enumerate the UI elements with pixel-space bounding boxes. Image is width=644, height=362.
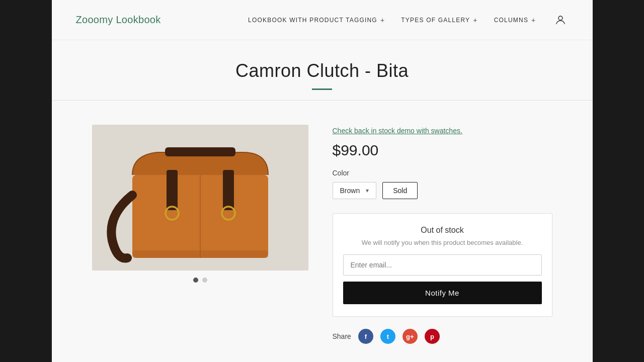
nav-lookbook-plus: + <box>380 16 385 24</box>
main-product-image <box>92 125 308 270</box>
twitter-share-button[interactable]: t <box>380 329 395 344</box>
user-svg <box>554 14 567 26</box>
out-of-stock-title: Out of stock <box>343 226 542 235</box>
color-options: Brown ▾ Sold <box>333 182 552 199</box>
nav-types-label: TYPES OF GALLERY <box>401 17 470 24</box>
share-label: Share <box>333 332 351 340</box>
pinterest-share-button[interactable]: p <box>425 329 440 344</box>
product-info: Check back in stock demo with swatches. … <box>333 125 552 344</box>
color-dropdown[interactable]: Brown ▾ <box>333 182 377 199</box>
email-input[interactable] <box>343 254 542 276</box>
navigation: LOOKBOOK WITH PRODUCT TAGGING + TYPES OF… <box>248 12 568 28</box>
color-label: Color <box>333 169 552 177</box>
notify-me-button[interactable]: Notify Me <box>343 282 542 304</box>
google-share-button[interactable]: g+ <box>403 329 418 344</box>
product-gallery <box>92 125 308 283</box>
color-selected-value: Brown <box>340 187 360 195</box>
product-price: $99.00 <box>333 142 552 159</box>
svg-rect-4 <box>167 170 178 210</box>
facebook-share-button[interactable]: f <box>358 329 373 344</box>
page-title-section: Camron Clutch - Bita <box>52 40 593 101</box>
nav-columns-label: COLUMNS <box>494 17 528 24</box>
account-icon[interactable] <box>552 12 569 28</box>
svg-rect-3 <box>165 147 235 156</box>
share-row: Share f t g+ p <box>333 329 552 344</box>
nav-columns-plus: + <box>531 16 536 24</box>
dot-1[interactable] <box>193 278 198 283</box>
nav-types[interactable]: TYPES OF GALLERY + <box>401 16 477 24</box>
out-of-stock-box: Out of stock We will notify you when thi… <box>333 213 552 317</box>
bag-svg <box>92 125 308 270</box>
nav-types-plus: + <box>473 16 477 24</box>
page-wrapper: Zooomy Lookbook LOOKBOOK WITH PRODUCT TA… <box>52 0 593 362</box>
out-of-stock-description: We will notify you when this product bec… <box>343 239 542 246</box>
nav-lookbook-label: LOOKBOOK WITH PRODUCT TAGGING <box>248 17 377 24</box>
svg-rect-5 <box>223 170 234 210</box>
nav-columns[interactable]: COLUMNS + <box>494 16 536 24</box>
page-title: Camron Clutch - Bita <box>52 60 593 81</box>
header: Zooomy Lookbook LOOKBOOK WITH PRODUCT TA… <box>52 0 593 40</box>
product-section: Check back in stock demo with swatches. … <box>52 101 593 362</box>
svg-point-0 <box>558 16 562 20</box>
sold-badge: Sold <box>382 182 418 199</box>
dot-2[interactable] <box>202 278 207 283</box>
brand-logo[interactable]: Zooomy Lookbook <box>76 14 161 26</box>
image-dots <box>92 278 308 283</box>
title-divider <box>312 88 332 90</box>
chevron-down-icon: ▾ <box>366 187 369 194</box>
back-in-stock-link[interactable]: Check back in stock demo with swatches. <box>333 127 552 135</box>
nav-lookbook[interactable]: LOOKBOOK WITH PRODUCT TAGGING + <box>248 16 385 24</box>
svg-rect-9 <box>132 250 268 258</box>
